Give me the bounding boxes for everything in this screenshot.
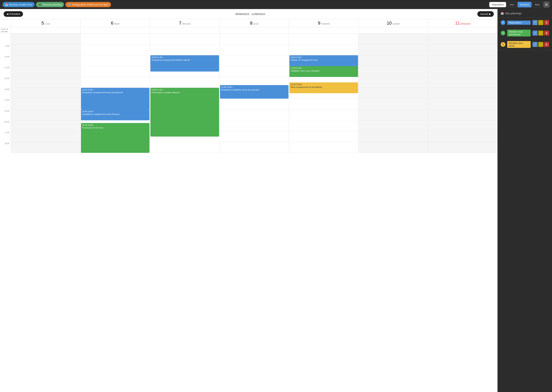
time-label-1100: 11:00	[0, 66, 11, 77]
main-layout: ◀ Précédent 05/08/2024 - 11/08/2024 Suiv…	[0, 9, 552, 392]
day-header-vendredi: 9Vendredi	[289, 19, 358, 27]
day-col-lundi	[11, 34, 80, 153]
planning-count-fournisseur: 3	[502, 32, 504, 34]
day-num: 10	[387, 21, 392, 26]
next-button[interactable]: Suivant ▶	[477, 11, 494, 17]
event-mercredi-1[interactable]: 10:00-11:30 • Smartphone remplacement ba…	[150, 55, 219, 71]
event-time: 13:00-17:30 •	[151, 89, 218, 91]
next-label: Suivant	[480, 13, 488, 15]
sidebar-title: Mes plannings	[505, 12, 521, 15]
delete-fournisseur-button[interactable]: 🗑	[544, 30, 549, 35]
day-header-jeudi: 8Jeudi	[219, 19, 289, 27]
planning-actions-devis: ↗ ✏ 🗑	[532, 42, 549, 47]
edit-reparations-button[interactable]: ✏	[538, 20, 543, 25]
event-mardi-3[interactable]: 16:15-19:00 • Fournisseur écran envoi	[81, 123, 150, 153]
allday-cell-samedi	[358, 27, 428, 33]
planning-badge-fournisseur: 3	[501, 31, 505, 35]
event-title: Smartphone remplacement batterie Valenti…	[151, 59, 218, 61]
new-planning-label: Nouveau planning	[42, 3, 61, 6]
nav-bar: ◀ Précédent 05/08/2024 - 11/08/2024 Suiv…	[0, 9, 497, 19]
planning-label-fournisseur: Rendez-vous fournisseur	[509, 30, 523, 36]
gear-icon: ⚙️	[68, 3, 71, 6]
event-mercredi-2[interactable]: 13:00-17:30 • Présentation nouvelles bat…	[150, 88, 219, 137]
day-num: 7	[179, 21, 181, 26]
day-name: Mardi	[114, 23, 120, 25]
event-mardi-1[interactable]: 13:00-15:00 • Smartphone remplacement éc…	[81, 88, 150, 110]
event-time: 15:00-16:00 •	[82, 110, 149, 113]
prev-button[interactable]: ◀ Précédent	[4, 11, 23, 17]
event-jeudi-1[interactable]: 12:45-14:00 • Smartphone installation éc…	[220, 85, 289, 99]
day-name: Vendredi	[321, 23, 330, 25]
event-mardi-2[interactable]: 15:00-16:00 • Smartphone remplacement éc…	[81, 110, 150, 120]
allday-cells	[11, 27, 497, 33]
toolbar: 📅 Nouveau rendez-vous ➕ Nouveau planning…	[0, 0, 552, 9]
today-button[interactable]: Aujourd'hui	[489, 2, 506, 7]
allday-cell-dimanche	[428, 27, 497, 33]
month-view-button[interactable]: Mois	[533, 2, 542, 7]
event-time: 12:45-14:00 •	[221, 86, 288, 88]
time-label-1000: 10:00	[0, 55, 11, 66]
delete-reparations-button[interactable]: 🗑	[544, 20, 549, 25]
config-rdv-button[interactable]: ⚙️ Configuration rendez-vous en ligne	[65, 2, 111, 7]
day-name: Samedi	[392, 23, 400, 25]
new-rdv-button[interactable]: 📅 Nouveau rendez-vous	[2, 2, 35, 7]
settings-icon: ⚙	[545, 3, 548, 6]
chevron-left-icon: ◀	[7, 13, 8, 15]
planning-tag-fournisseur[interactable]: Rendez-vous fournisseur	[507, 30, 531, 36]
share-devis-button[interactable]: ↗	[532, 42, 538, 47]
time-gutter-header	[0, 19, 11, 27]
new-planning-button[interactable]: ➕ Nouveau planning	[36, 2, 64, 7]
event-time: 10:00-11:00 •	[290, 56, 357, 58]
planning-item-reparations: 5 Réparations ↗ ✏ 🗑	[498, 18, 552, 28]
sidebar: 📅 Mes plannings 5 Réparations ↗ ✏ 🗑 3 Re…	[498, 9, 552, 392]
event-vendredi-1[interactable]: 10:00-11:00 • Tablette 10" changement éc…	[289, 55, 358, 66]
sidebar-header: 📅 Mes plannings	[498, 9, 552, 18]
settings-button[interactable]: ⚙	[543, 1, 550, 7]
edit-devis-button[interactable]: ✏	[538, 42, 543, 47]
day-header-dimanche: 11Dimanche	[428, 19, 497, 27]
allday-cell-mercredi	[150, 27, 219, 33]
delete-devis-button[interactable]: 🗑	[544, 42, 549, 47]
event-title: Présentation nouvelles batteries	[151, 91, 218, 94]
share-reparations-button[interactable]: ↗	[532, 20, 538, 25]
calendar-plus-icon: 📅	[5, 3, 8, 6]
event-time: 10:00-11:30 •	[151, 56, 218, 58]
allday-cell-vendredi	[289, 27, 358, 33]
event-time: 12:30-13:30 •	[290, 83, 357, 86]
config-rdv-label: Configuration rendez-vous en ligne	[72, 3, 108, 6]
plus-icon: ➕	[38, 3, 41, 6]
event-vendredi-2[interactable]: 11:00-12:00 • Installation mise à jour o…	[289, 66, 358, 77]
planning-actions-fournisseur: ↗ ✏ 🗑	[532, 30, 549, 35]
planning-tag-devis[interactable]: Rendez-vous devis	[507, 41, 531, 48]
time-grid-wrapper: 9:00 10:00 11:00 12:00 13:00 14:00 15:00…	[0, 34, 497, 392]
allday-cell-lundi	[11, 27, 80, 33]
calendar-icon: 📅	[501, 12, 504, 15]
time-label-1700: 17:00	[0, 131, 11, 142]
event-vendredi-3[interactable]: 12:30-13:30 • Devis remplacement lot de …	[289, 82, 358, 93]
day-name: Mercredi	[182, 23, 191, 25]
event-title: Smartphone remplacement écran Romane	[82, 113, 149, 115]
prev-label: Précédent	[9, 13, 20, 15]
week-view-button[interactable]: Semaine	[517, 2, 531, 7]
day-col-samedi	[358, 34, 428, 153]
time-label-1500: 15:00	[0, 110, 11, 120]
toolbar-right: Aujourd'hui Jour Semaine Mois ⚙	[489, 1, 550, 7]
day-num: 6	[111, 21, 113, 26]
day-view-button[interactable]: Jour	[507, 2, 517, 7]
day-col-mercredi: 10:00-11:30 • Smartphone remplacement ba…	[150, 34, 219, 153]
day-col-mardi: 13:00-15:00 • Smartphone remplacement éc…	[80, 34, 150, 153]
planning-tag-reparations[interactable]: Réparations	[507, 21, 531, 25]
share-fournisseur-button[interactable]: ↗	[532, 30, 538, 35]
time-label-1800: 18:00	[0, 142, 11, 153]
day-headers: 5Lundi6Mardi7Mercredi8Jeudi9Vendredi10Sa…	[11, 19, 497, 27]
edit-fournisseur-button[interactable]: ✏	[538, 30, 543, 35]
date-range: 05/08/2024 - 11/08/2024	[235, 13, 265, 15]
planning-actions-reparations: ↗ ✏ 🗑	[532, 20, 549, 25]
day-col-dimanche	[428, 34, 497, 153]
planning-badge-devis: 1	[501, 42, 505, 47]
day-columns: 13:00-15:00 • Smartphone remplacement éc…	[11, 34, 497, 153]
time-grid: 9:00 10:00 11:00 12:00 13:00 14:00 15:00…	[0, 34, 497, 153]
event-title: Smartphone remplacement écran Elsa Bonne…	[82, 91, 149, 94]
planning-count-devis: 1	[502, 43, 504, 46]
time-label-900: 9:00	[0, 44, 11, 55]
